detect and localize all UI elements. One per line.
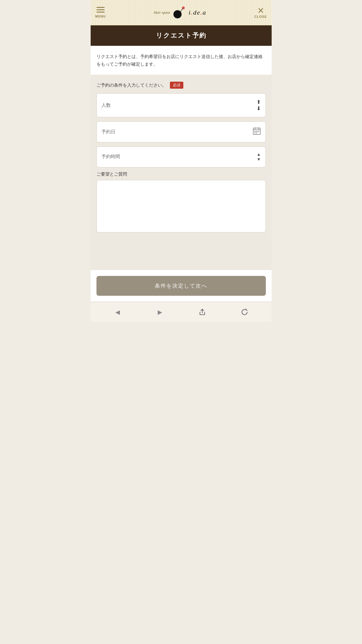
- description-section: リクエスト予約とは、予約希望日をお店にリクエスト送信した後、お店から確定連絡をも…: [91, 46, 272, 75]
- description-text: リクエスト予約とは、予約希望日をお店にリクエスト送信した後、お店から確定連絡をも…: [96, 53, 266, 68]
- svg-rect-10: [254, 132, 256, 133]
- refresh-icon: [241, 308, 248, 316]
- logo-idea-text: i.de.a: [189, 9, 206, 16]
- page-title: リクエスト予約: [156, 32, 206, 39]
- header: MENU Hair spase i.de.a ✕ CLOSE: [91, 0, 272, 25]
- spinner-icon: ⬆⬇: [256, 99, 261, 112]
- request-label: ご要望とご質問: [96, 172, 266, 177]
- svg-rect-7: [254, 131, 256, 132]
- submit-button[interactable]: 条件を決定して次へ: [96, 276, 266, 296]
- refresh-button[interactable]: [237, 306, 252, 318]
- required-badge: 必須: [170, 82, 183, 89]
- menu-label: MENU: [95, 15, 106, 18]
- date-placeholder: 予約日: [101, 129, 115, 135]
- people-select[interactable]: 人数 ⬆⬇: [96, 93, 266, 117]
- svg-rect-9: [258, 131, 259, 132]
- hamburger-line-1: [96, 7, 105, 8]
- form-label-row: ご予約の条件を入力してください。 必須: [96, 82, 266, 89]
- forward-arrow-icon: ▶: [158, 309, 162, 316]
- logo: Hair spase i.de.a: [154, 6, 206, 19]
- date-field[interactable]: 予約日: [96, 121, 266, 142]
- condition-label: ご予約の条件を入力してください。: [96, 83, 166, 88]
- menu-button[interactable]: MENU: [95, 7, 106, 18]
- share-icon: [198, 308, 206, 316]
- people-placeholder: 人数: [101, 102, 111, 108]
- logo-graphic: [171, 6, 189, 19]
- share-button[interactable]: [195, 306, 210, 318]
- close-x-icon: ✕: [257, 7, 264, 15]
- submit-section: 条件を決定して次へ: [91, 270, 272, 302]
- svg-point-2: [173, 10, 182, 18]
- close-label: CLOSE: [254, 15, 267, 18]
- time-select[interactable]: 予約時間 ▲▼: [96, 146, 266, 167]
- logo-hair-text: Hair spase: [154, 10, 170, 15]
- hamburger-line-3: [96, 12, 105, 13]
- svg-rect-8: [256, 131, 257, 132]
- svg-rect-11: [256, 132, 257, 133]
- back-arrow-icon: ◀: [115, 309, 120, 316]
- request-textarea[interactable]: [96, 180, 266, 232]
- form-section: ご予約の条件を入力してください。 必須 人数 ⬆⬇ 予約日 予約時間 ▲▼: [91, 75, 272, 270]
- request-section: ご要望とご質問: [96, 172, 266, 234]
- back-button[interactable]: ◀: [110, 306, 125, 318]
- close-button[interactable]: ✕ CLOSE: [254, 7, 267, 18]
- page-title-bar: リクエスト予約: [91, 25, 272, 46]
- time-placeholder: 予約時間: [101, 154, 120, 160]
- forward-button[interactable]: ▶: [152, 306, 167, 318]
- bottom-nav: ◀ ▶: [91, 302, 272, 322]
- hamburger-line-2: [96, 9, 105, 10]
- calendar-icon: [253, 127, 261, 137]
- time-spinner-icon: ▲▼: [257, 152, 261, 162]
